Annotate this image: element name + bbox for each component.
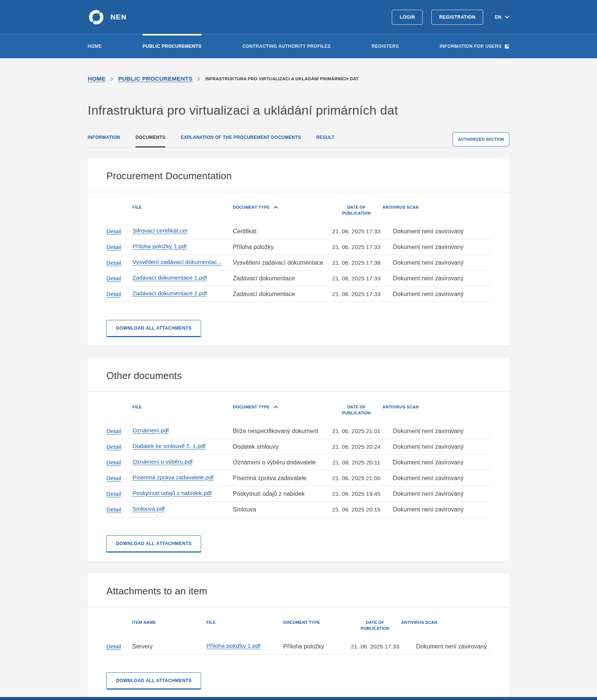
column-header-file: FILE <box>132 404 233 410</box>
column-header-document-type[interactable]: DOCUMENT TYPE <box>233 204 330 210</box>
file-link[interactable]: Příloha položky 1.pdf <box>206 643 260 649</box>
column-header-antivirus-scan: ANTIVIRUS SCAN <box>382 404 493 410</box>
detail-link[interactable]: Detail <box>106 244 121 250</box>
detail-cell: Detail <box>106 459 132 466</box>
detail-link[interactable]: Detail <box>106 259 121 266</box>
file-cell: Dodatek ke smlouvě č. 1.pdf <box>132 443 233 451</box>
file-cell: Zadávací dokumentace 1.pdf <box>132 274 233 283</box>
file-link[interactable]: Vysvětlení zadávací dokumentac... <box>132 259 222 265</box>
chevron-up-icon[interactable] <box>274 405 278 408</box>
documents-table: FILEDOCUMENT TYPEDATE OF PUBLICATIONANTI… <box>88 392 509 517</box>
table-header-row: FILEDOCUMENT TYPEDATE OF PUBLICATIONANTI… <box>106 204 493 224</box>
breadcrumb-item-public-procurements[interactable]: PUBLIC PROCUREMENTS <box>118 75 193 82</box>
table-row: DetailServeryPříloha položky 1.pdfPříloh… <box>106 639 493 654</box>
column-header-label: FILE <box>132 205 142 209</box>
nav-item-public-procurements[interactable]: PUBLIC PROCUREMENTS <box>143 34 201 58</box>
document-type-cell: Vysvětlení zadávací dokumentace <box>233 259 330 266</box>
column-header-label: FILE <box>206 620 216 625</box>
detail-link[interactable]: Detail <box>106 291 121 297</box>
detail-cell: Detail <box>106 506 132 513</box>
download-all-attachments-button[interactable]: DOWNLOAD ALL ATTACHMENTS <box>106 672 201 690</box>
tab-result[interactable]: RESULT <box>316 135 335 140</box>
table-row: DetailDodatek ke smlouvě č. 1.pdfDodatek… <box>106 439 493 455</box>
column-header-date-of-publication: DATE OF PUBLICATION <box>349 619 401 631</box>
tab-information[interactable]: INFORMATION <box>88 135 120 140</box>
detail-link[interactable]: Detail <box>106 491 121 497</box>
nav-item-label: CONTRACTING AUTHORITY PROFILES <box>243 44 331 49</box>
document-type-cell: Příloha položky <box>283 643 349 650</box>
chevron-up-icon[interactable] <box>274 206 278 209</box>
table-row: DetailPříloha položky 1.pdfPříloha polož… <box>106 239 493 255</box>
download-all-attachments-button[interactable]: DOWNLOAD ALL ATTACHMENTS <box>106 535 201 553</box>
file-link[interactable]: Zadávací dokumentace 1.pdf <box>132 274 207 281</box>
nav-item-home[interactable]: HOME <box>88 34 102 58</box>
column-header-label: DOCUMENT TYPE <box>283 620 320 625</box>
file-link[interactable]: Oznámení.pdf <box>132 427 169 434</box>
language-selector[interactable]: EN <box>495 15 509 20</box>
detail-link[interactable]: Detail <box>106 643 121 650</box>
app-header: NEN LOGIN REGISTRATION EN <box>0 0 597 34</box>
publication-date-cell: 21. 06. 2025 19:45 <box>330 491 382 497</box>
file-cell: Smlouva.pdf <box>132 505 233 514</box>
antivirus-scan-cell: Dokument není zavirovaný <box>382 459 493 466</box>
detail-link[interactable]: Detail <box>106 444 121 450</box>
section-title: Procurement Documentation <box>88 158 509 192</box>
nav-item-registers[interactable]: REGISTERS <box>372 34 399 58</box>
main-content: HOMEPUBLIC PROCUREMENTSINFRASTRUKTURA PR… <box>88 76 509 698</box>
file-link[interactable]: Písemná zpráva zadavatele.pdf <box>132 474 213 481</box>
table-header-row: FILEDOCUMENT TYPEDATE OF PUBLICATIONANTI… <box>106 404 493 423</box>
file-link[interactable]: Příloha položky 1.pdf <box>132 243 187 250</box>
column-header-file: FILE <box>132 204 233 210</box>
sorted-column-label: DOCUMENT TYPE <box>233 404 278 410</box>
table-row: DetailSmlouva.pdfSmlouva21. 06. 2025 20:… <box>106 502 493 517</box>
table-row: DetailOznámení o výběru.pdfOznámení o vý… <box>106 455 493 470</box>
publication-date-cell: 21. 06. 2025 21:00 <box>330 475 382 482</box>
chevron-right-icon <box>110 77 113 81</box>
publication-date-cell: 21. 06. 2025 17:38 <box>330 259 382 266</box>
download-all-attachments-button[interactable]: DOWNLOAD ALL ATTACHMENTS <box>106 320 201 337</box>
file-link[interactable]: Dodatek ke smlouvě č. 1.pdf <box>132 443 206 449</box>
file-cell: Oznámení.pdf <box>132 427 233 435</box>
table-row: DetailVysvětlení zadávací dokumentac...V… <box>106 255 493 271</box>
column-header-date-of-publication: DATE OF PUBLICATION <box>330 204 382 216</box>
table-row: DetailZadávací dokumentace 1.pdfZadávací… <box>106 271 493 286</box>
column-header-document-type[interactable]: DOCUMENT TYPE <box>233 404 330 410</box>
detail-link[interactable]: Detail <box>106 428 121 434</box>
nav-item-information-for-users[interactable]: INFORMATION FOR USERS <box>440 34 509 58</box>
brand[interactable]: NEN <box>88 9 126 26</box>
detail-link[interactable]: Detail <box>106 275 121 281</box>
document-type-cell: Certifikát <box>233 228 330 235</box>
detail-link[interactable]: Detail <box>106 475 121 481</box>
file-link[interactable]: Oznámení o výběru.pdf <box>132 458 193 465</box>
detail-link[interactable]: Detail <box>106 506 121 513</box>
publication-date-cell: 21. 06. 2025 20:24 <box>330 444 382 450</box>
tab-explanation-of-the-procurement-documents[interactable]: EXPLANATION OF THE PROCUREMENT DOCUMENTS <box>181 135 301 140</box>
detail-cell: Detail <box>106 244 132 251</box>
publication-date-cell: 21. 06. 2025 17:33 <box>330 275 382 282</box>
file-link[interactable]: Smlouva.pdf <box>132 505 165 512</box>
nen-logo-icon <box>88 9 105 26</box>
document-type-cell: Dodatek smlouvy <box>233 444 330 450</box>
detail-cell: Detail <box>106 643 132 650</box>
login-button[interactable]: LOGIN <box>392 10 423 25</box>
authorized-section-button[interactable]: AUTHORIZED SECTION <box>453 132 509 146</box>
breadcrumb-item-home[interactable]: HOME <box>88 75 106 82</box>
registration-button[interactable]: REGISTRATION <box>431 10 483 25</box>
antivirus-scan-cell: Dokument není zavirovaný <box>382 428 493 435</box>
documents-table: FILEDOCUMENT TYPEDATE OF PUBLICATIONANTI… <box>88 192 509 302</box>
nav-item-contracting-authority-profiles[interactable]: CONTRACTING AUTHORITY PROFILES <box>243 34 331 58</box>
documents-table: ITEM NAMEFILEDOCUMENT TYPEDATE OF PUBLIC… <box>88 607 509 654</box>
file-link[interactable]: Poskytnutí údajů z nabídek.pdf <box>132 490 212 497</box>
detail-link[interactable]: Detail <box>106 228 121 234</box>
detail-link[interactable]: Detail <box>106 459 121 466</box>
file-cell: Písemná zpráva zadavatele.pdf <box>132 474 233 482</box>
file-link[interactable]: Zadávací dokumentace 2.pdf <box>132 290 207 297</box>
publication-date-cell: 21. 06. 2025 20:11 <box>330 459 382 466</box>
nav-item-label: INFORMATION FOR USERS <box>440 44 501 49</box>
antivirus-scan-cell: Dokument není zavirovaný <box>382 244 493 251</box>
tab-documents[interactable]: DOCUMENTS <box>135 135 165 140</box>
file-link[interactable]: Sifrovací certifikát.cer <box>132 227 188 234</box>
breadcrumb-item-infrastruktura-pro-virtualizac: INFRASTRUKTURA PRO VIRTUALIZACI A UKLÁDÁ… <box>205 77 359 81</box>
language-label: EN <box>495 15 501 20</box>
document-type-cell: Příloha položky <box>233 244 330 251</box>
